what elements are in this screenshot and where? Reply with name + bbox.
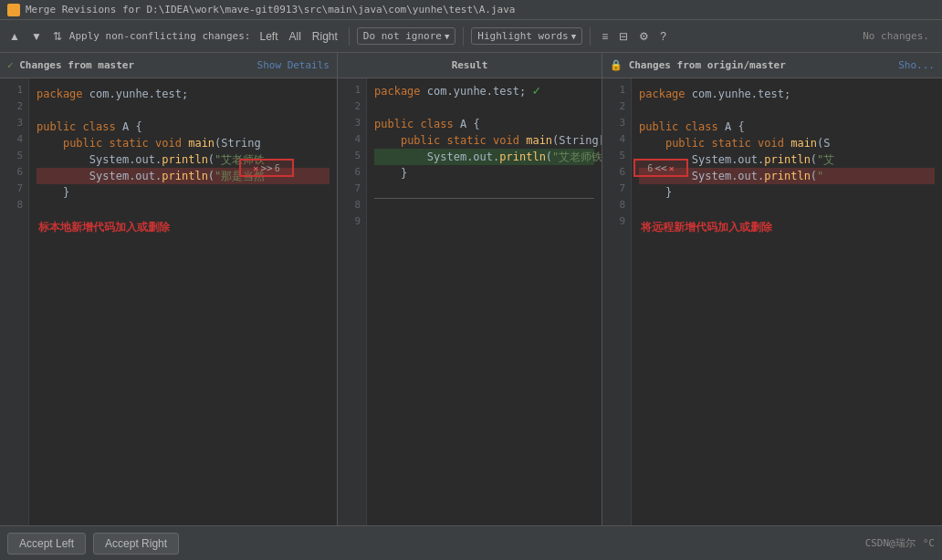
- left-conflict-box[interactable]: ✕ >> 6: [239, 159, 294, 177]
- right-line-1: package com.yunhe.test;: [639, 86, 935, 102]
- right-conflict-num: 6: [647, 163, 653, 173]
- right-btn[interactable]: Right: [309, 28, 341, 45]
- right-line-2: [639, 102, 935, 119]
- left-line-8: [37, 201, 330, 217]
- temp-indicator: °C: [923, 537, 935, 549]
- right-code-lines: 1234 56789 package com.yunhe.test; publi…: [602, 78, 942, 525]
- apply-changes-btn[interactable]: ⇅: [49, 28, 66, 45]
- apply-label: Apply non-conflicting changes:: [69, 30, 251, 42]
- left-line-4: public static void main(String: [37, 135, 330, 151]
- center-line-3: public class A {: [374, 116, 594, 132]
- center-line-numbers: 1234 56789: [338, 78, 367, 525]
- local-annotation: 标本地新增代码加入或删除: [38, 220, 170, 235]
- right-line-7: }: [639, 184, 935, 201]
- left-show-details[interactable]: Show Details: [257, 59, 330, 71]
- left-code-lines: 1234 5678 package com.yunhe.test; public…: [0, 78, 337, 525]
- csdn-watermark: CSDN@瑞尔: [865, 536, 916, 550]
- right-panel-title: 🔒 Changes from origin/master: [610, 59, 786, 71]
- sep3: [590, 27, 591, 46]
- center-code-lines: 1234 56789 package com.yunhe.test; ✓ pub…: [338, 78, 602, 525]
- left-line-7: }: [37, 184, 330, 201]
- center-panel: Result 1234 56789 package com.yunhe.test…: [338, 53, 602, 525]
- center-panel-header: Result: [338, 53, 602, 78]
- center-line-8: [374, 198, 594, 215]
- left-code-area: 1234 5678 package com.yunhe.test; public…: [0, 78, 337, 525]
- center-line-2: [374, 99, 594, 116]
- left-panel-header: ✓ Changes from master Show Details: [0, 53, 337, 78]
- left-conflict-num: 6: [275, 163, 280, 173]
- right-panel: 🔒 Changes from origin/master Sho... 1234…: [602, 53, 942, 525]
- highlight-label: Highlight words: [477, 30, 568, 42]
- left-line-2: [37, 102, 330, 119]
- bottom-right: CSDN@瑞尔 °C: [865, 536, 935, 550]
- align-btn[interactable]: ≡: [598, 28, 612, 45]
- title-bar: Merge Revisions for D:\IDEA\work\mave-gi…: [0, 0, 942, 20]
- ignore-dropdown[interactable]: Do not ignore ▼: [357, 27, 456, 45]
- center-line-9: [374, 215, 594, 232]
- next-change-btn[interactable]: ▼: [27, 28, 46, 45]
- accept-left-button[interactable]: Accept Left: [7, 533, 86, 555]
- highlight-dropdown-arrow: ▼: [571, 32, 576, 41]
- settings-btn[interactable]: ⚙: [635, 28, 653, 45]
- ignore-label: Do not ignore: [363, 30, 442, 42]
- left-panel-title: ✓ Changes from master: [7, 59, 134, 71]
- remote-annotation: 将远程新增代码加入或删除: [641, 220, 772, 235]
- center-line-4: public static void main(String[] a: [374, 132, 594, 149]
- center-line-5: System.out.println("艾老师铁帅哥: [374, 149, 594, 165]
- sep2: [463, 27, 464, 46]
- right-line-3: public class A {: [639, 119, 935, 135]
- bottom-buttons: Accept Left Accept Right: [7, 533, 179, 555]
- center-line-7: [374, 181, 594, 198]
- toolbar: ▲ ▼ ⇅ Apply non-conflicting changes: Lef…: [0, 20, 942, 53]
- left-line-1: package com.yunhe.test;: [37, 86, 330, 102]
- highlight-dropdown[interactable]: Highlight words ▼: [471, 27, 582, 45]
- left-line-3: public class A {: [37, 119, 330, 135]
- right-conflict-box[interactable]: 6 << ✕: [633, 159, 688, 177]
- center-code-content: package com.yunhe.test; ✓ public class A…: [367, 78, 602, 525]
- center-panel-title: Result: [452, 59, 488, 71]
- right-conflict-arrow[interactable]: <<: [654, 162, 666, 174]
- no-changes-status: No changes.: [863, 30, 937, 42]
- main-area: ✓ Changes from master Show Details 1234 …: [0, 53, 942, 525]
- right-panel-header: 🔒 Changes from origin/master Sho...: [602, 53, 942, 78]
- right-line-4: public static void main(S: [639, 135, 935, 151]
- app-icon: [7, 4, 20, 16]
- left-conflict-x[interactable]: ✕: [253, 163, 258, 173]
- all-btn[interactable]: All: [285, 28, 304, 45]
- right-line-numbers: 1234 56789: [602, 78, 632, 525]
- center-line-6: }: [374, 165, 594, 181]
- left-btn[interactable]: Left: [256, 28, 281, 45]
- right-code-area: 1234 56789 package com.yunhe.test; publi…: [602, 78, 942, 525]
- right-show-details[interactable]: Sho...: [898, 59, 935, 71]
- left-line-numbers: 1234 5678: [0, 78, 29, 525]
- right-conflict-x[interactable]: ✕: [669, 163, 675, 173]
- collapse-btn[interactable]: ⊟: [615, 28, 632, 45]
- left-panel: ✓ Changes from master Show Details 1234 …: [0, 53, 338, 525]
- sep1: [349, 27, 350, 46]
- title-text: Merge Revisions for D:\IDEA\work\mave-gi…: [26, 4, 515, 16]
- ignore-dropdown-arrow: ▼: [445, 32, 449, 41]
- panels-container: ✓ Changes from master Show Details 1234 …: [0, 53, 942, 525]
- prev-change-btn[interactable]: ▲: [5, 28, 24, 45]
- right-line-8: [639, 201, 935, 217]
- bottom-bar: Accept Left Accept Right CSDN@瑞尔 °C: [0, 525, 942, 560]
- left-code-content: package com.yunhe.test; public class A {…: [29, 82, 337, 221]
- help-btn[interactable]: ?: [656, 28, 670, 45]
- accept-right-button[interactable]: Accept Right: [93, 533, 179, 555]
- center-code-area: 1234 56789 package com.yunhe.test; ✓ pub…: [338, 78, 602, 525]
- left-conflict-arrow[interactable]: >>: [260, 162, 272, 174]
- center-line-1: package com.yunhe.test; ✓: [374, 82, 594, 99]
